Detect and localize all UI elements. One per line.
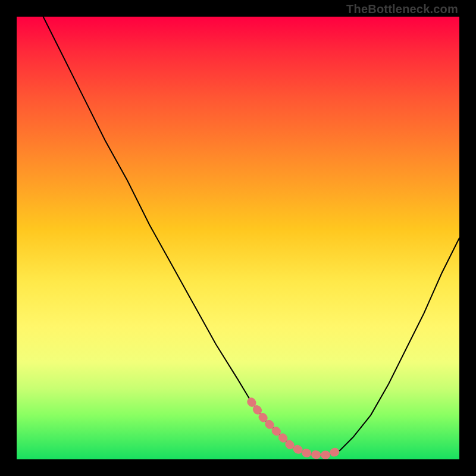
- bottleneck-curve: [43, 17, 459, 455]
- chart-frame: TheBottleneck.com: [0, 0, 476, 476]
- gradient-plot-area: [17, 17, 459, 459]
- highlight-segment: [251, 402, 340, 455]
- curve-overlay: [17, 17, 459, 459]
- watermark-text: TheBottleneck.com: [346, 2, 458, 16]
